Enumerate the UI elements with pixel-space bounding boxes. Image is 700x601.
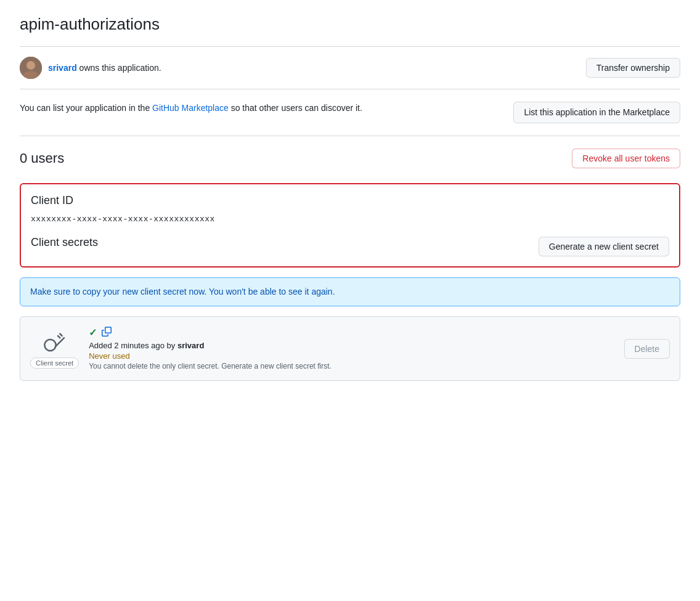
secret-meta: Added 2 minutes ago by srivard (89, 341, 614, 350)
secret-badge-label: Client secret (30, 358, 79, 369)
marketplace-description: You can list your application in the Git… (20, 102, 362, 115)
github-marketplace-link[interactable]: GitHub Marketplace (152, 103, 229, 113)
check-icon: ✓ (89, 327, 97, 338)
secret-actions-row: ✓ (89, 327, 614, 338)
svg-point-1 (26, 61, 35, 70)
delete-secret-button[interactable]: Delete (624, 339, 670, 359)
users-row: 0 users Revoke all user tokens (20, 136, 680, 181)
secret-never-used: Never used (89, 351, 614, 361)
secret-delete-wrap: Delete (624, 339, 670, 359)
info-banner: Make sure to copy your new client secret… (20, 277, 680, 306)
secret-info: ✓ Added 2 minutes ago by srivard Never u… (89, 327, 614, 370)
generate-client-secret-button[interactable]: Generate a new client secret (539, 237, 669, 256)
list-in-marketplace-button[interactable]: List this application in the Marketplace (513, 102, 680, 123)
secret-icon-wrap: Client secret (30, 329, 79, 369)
secret-warning: You cannot delete the only client secret… (89, 362, 614, 370)
copy-icon[interactable] (102, 327, 112, 338)
svg-point-3 (44, 339, 55, 350)
key-icon (43, 329, 67, 354)
revoke-all-tokens-button[interactable]: Revoke all user tokens (572, 149, 680, 168)
users-count: 0 users (20, 150, 64, 166)
client-id-label: Client ID (31, 194, 669, 207)
client-id-value: xxxxxxxx-xxxx-xxxx-xxxx-xxxxxxxxxxxx (31, 215, 669, 224)
secret-card: Client secret ✓ Added 2 minutes ago by s… (20, 316, 680, 381)
avatar-image (20, 57, 42, 79)
ownership-info: srivard owns this application. (20, 57, 161, 79)
ownership-row: srivard owns this application. Transfer … (20, 47, 680, 89)
avatar (20, 57, 42, 79)
page-title: apim-authorizations (20, 15, 680, 34)
transfer-ownership-button[interactable]: Transfer ownership (586, 58, 680, 78)
client-section: Client ID xxxxxxxx-xxxx-xxxx-xxxx-xxxxxx… (20, 183, 680, 268)
marketplace-row: You can list your application in the Git… (20, 89, 680, 136)
client-secrets-row: Client secrets Generate a new client sec… (31, 236, 669, 256)
client-secrets-label: Client secrets (31, 236, 98, 249)
owner-link[interactable]: srivard (48, 63, 77, 73)
secret-owner-link[interactable]: srivard (177, 341, 204, 350)
ownership-text: srivard owns this application. (48, 63, 161, 73)
